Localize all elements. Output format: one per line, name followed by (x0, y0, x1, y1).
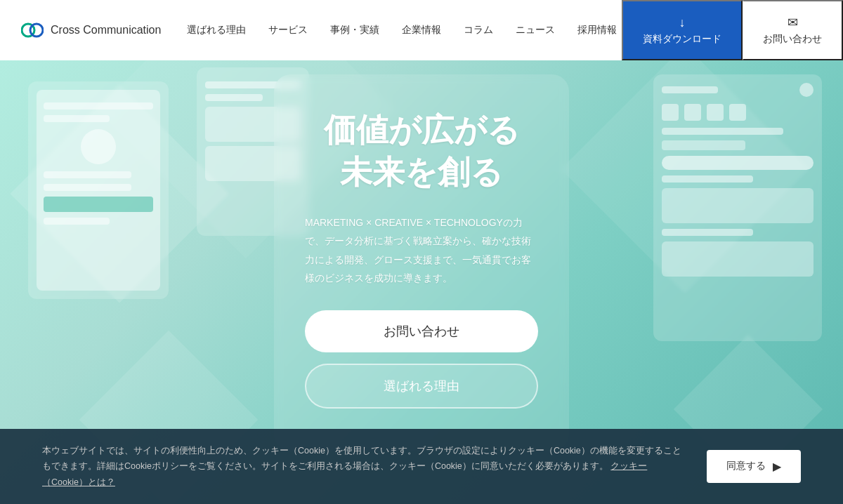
mock-avatar (81, 129, 116, 164)
cookie-text: 本ウェブサイトでは、サイトの利便性向上のため、クッキー（Cookie）を使用して… (42, 443, 686, 491)
mock-right-line-1 (662, 128, 783, 135)
reason-button[interactable]: 選ばれる理由 (305, 364, 538, 409)
nav-company[interactable]: 企業情報 (402, 24, 441, 37)
mock-icon-4 (729, 104, 746, 121)
hero-title-line1: 価値が広がる (324, 112, 520, 148)
mock-right-title (662, 86, 718, 93)
mock-right-whatsnew (662, 175, 753, 183)
nav-news[interactable]: ニュース (516, 24, 555, 37)
logo-icon (21, 19, 44, 41)
cookie-main-text: 本ウェブサイトでは、サイトの利便性向上のため、クッキー（Cookie）を使用して… (42, 446, 681, 472)
cookie-agree-button[interactable]: 同意する ▶ (707, 450, 801, 483)
download-button[interactable]: ↓ 資料ダウンロード (622, 0, 743, 60)
mock-line-username (44, 171, 131, 178)
cookie-banner: 本ウェブサイトでは、サイトの利便性向上のため、クッキー（Cookie）を使用して… (0, 429, 843, 505)
mock-icon-1 (662, 104, 679, 121)
nav-cases[interactable]: 事例・実績 (330, 24, 379, 37)
download-icon: ↓ (679, 15, 686, 30)
mock-screen-left (28, 81, 169, 299)
mock-icon-2 (684, 104, 701, 121)
hero-subtitle: MARKETING × CREATIVE × TECHNOLOGYの力で、データ… (305, 213, 538, 288)
mock-screen-right (653, 74, 822, 341)
mock-right-inner (653, 74, 822, 289)
mock-login-btn (44, 197, 153, 212)
mock-right-popular (662, 229, 753, 236)
mock-line (44, 102, 153, 110)
nav-column[interactable]: コラム (464, 24, 493, 37)
mock-line-mid-2 (205, 94, 263, 101)
hero-section: 価値が広がる 未来を創る MARKETING × CREATIVE × TECH… (0, 60, 843, 504)
mock-line-short (44, 115, 110, 122)
hero-title-line2: 未来を創る (340, 154, 503, 190)
mock-right-card-2 (662, 241, 813, 277)
mock-right-online-store (662, 140, 745, 150)
mock-right-header (662, 83, 813, 97)
arrow-right-icon: ▶ (773, 460, 781, 473)
envelope-icon: ✉ (788, 15, 798, 30)
contact-button[interactable]: お問い合わせ (305, 310, 538, 352)
mock-right-card-1 (662, 188, 813, 223)
mock-search-bar (662, 156, 813, 170)
nav-service[interactable]: サービス (268, 24, 308, 37)
download-label: 資料ダウンロード (643, 33, 721, 46)
nav-reason[interactable]: 選ばれる理由 (187, 24, 246, 37)
mock-right-avatar (799, 83, 813, 97)
contact-header-label: お問い合わせ (763, 33, 822, 46)
logo-area: Cross Communication (0, 0, 182, 60)
mock-icon-row (662, 104, 813, 121)
logo-text: Cross Communication (51, 24, 161, 37)
main-nav: 選ばれる理由 サービス 事例・実績 企業情報 コラム ニュース 採用情報 (182, 0, 622, 60)
hero-card: 価値が広がる 未来を創る MARKETING × CREATIVE × TECH… (274, 74, 569, 451)
header-actions: ↓ 資料ダウンロード ✉ お問い合わせ (622, 0, 843, 60)
mock-line-forgot (44, 218, 110, 225)
svg-point-1 (30, 24, 43, 37)
mock-icon-3 (707, 104, 724, 121)
mock-screen-left-inner (37, 90, 160, 291)
mock-line-password (44, 184, 131, 191)
nav-recruit[interactable]: 採用情報 (577, 24, 617, 37)
hero-title: 価値が広がる 未来を創る (305, 110, 538, 194)
cookie-agree-label: 同意する (726, 460, 766, 472)
contact-header-button[interactable]: ✉ お問い合わせ (743, 0, 843, 60)
header: Cross Communication 選ばれる理由 サービス 事例・実績 企業… (0, 0, 843, 60)
